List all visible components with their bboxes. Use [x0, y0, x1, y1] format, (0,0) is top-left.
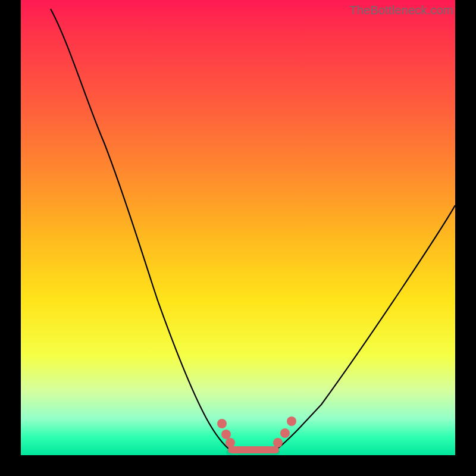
curve-left-branch: [51, 9, 229, 449]
chart-overlay: [21, 0, 455, 455]
curve-right-branch: [277, 205, 455, 449]
marker-dot: [287, 416, 296, 426]
marker-dot: [273, 438, 283, 447]
marker-dot: [217, 419, 227, 428]
marker-dot: [280, 428, 290, 438]
marker-dot: [221, 430, 231, 439]
marker-dot: [226, 438, 235, 447]
chart-stage: TheBottleneck.com: [0, 0, 476, 476]
